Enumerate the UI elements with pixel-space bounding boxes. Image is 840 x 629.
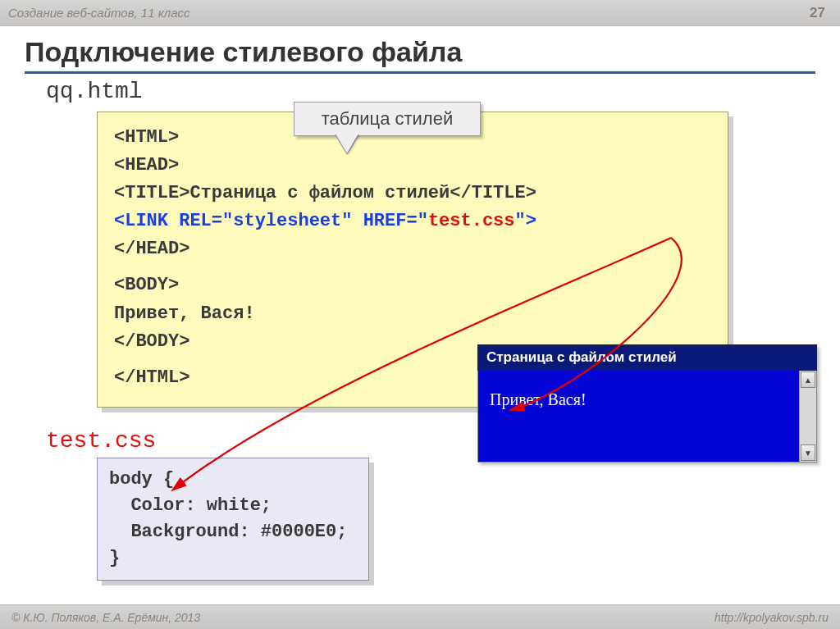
scroll-up-icon[interactable]: ▲ [801,371,815,388]
browser-viewport: Привет, Вася! ▲ ▼ [477,371,817,463]
css-line: Color: white; [109,493,357,519]
callout-text: таблица стилей [322,108,453,129]
browser-preview: Страница с файлом стилей Привет, Вася! ▲… [477,344,817,463]
code-tag: </TITLE> [450,183,536,203]
code-tag: <TITLE> [114,183,189,203]
code-line: <HEAD> [114,155,179,175]
style-table-callout: таблица стилей [294,102,481,136]
css-line: } [109,545,357,572]
code-line: <HTML> [114,127,179,148]
header-bar: Создание веб-сайтов, 11 класс 27 [0,0,840,26]
code-line: Привет, Вася! [114,303,255,324]
css-code-block: body { Color: white; Background: #0000E0… [97,458,369,581]
code-text: Страница с файлом стилей [189,183,450,203]
footer-bar: © К.Ю. Поляков, Е.А. Ерёмин, 2013 http:/… [0,604,840,629]
css-filename: test.css [46,428,156,454]
link-href-value: test.css [428,211,515,231]
link-tag-part2: "> [515,211,536,231]
css-line: Background: #0000E0; [109,519,357,545]
scroll-down-icon[interactable]: ▼ [801,444,815,461]
copyright: © К.Ю. Поляков, Е.А. Ерёмин, 2013 [11,611,200,624]
page-number: 27 [810,5,825,21]
code-line: </BODY> [114,331,189,352]
code-line: <BODY> [114,275,179,295]
slide-title: Подключение стилевого файла [25,36,815,74]
code-line: </HTML> [114,367,189,388]
browser-content: Привет, Вася! [490,390,587,408]
footer-url: http://kpolyakov.spb.ru [714,611,829,624]
html-filename: qq.html [46,79,840,104]
code-line: </HEAD> [114,239,189,259]
css-line: body { [109,467,357,493]
course-title: Создание веб-сайтов, 11 класс [8,6,190,20]
browser-titlebar: Страница с файлом стилей [477,344,817,371]
link-tag-part1: <LINK REL="stylesheet" HREF=" [114,211,428,231]
scrollbar[interactable]: ▲ ▼ [799,371,816,462]
